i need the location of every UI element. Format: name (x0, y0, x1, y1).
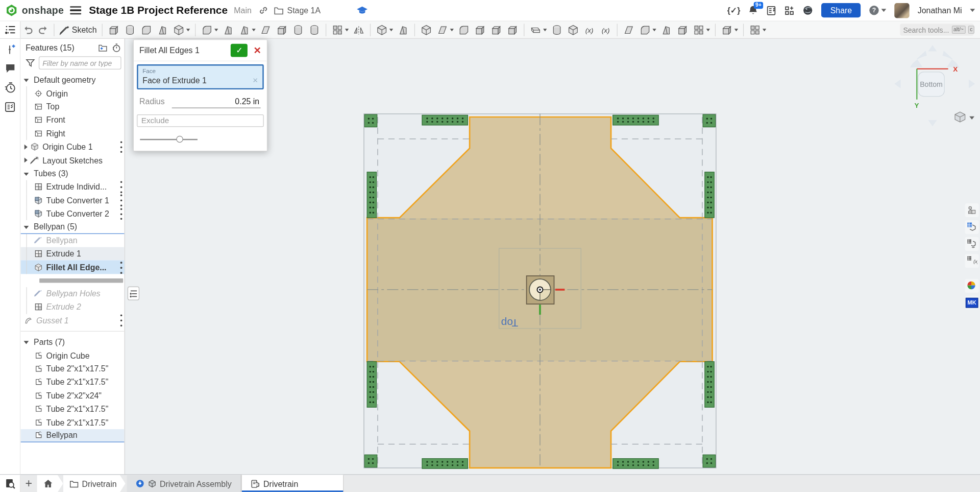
document-title[interactable]: Stage 1B Project Reference (89, 4, 228, 16)
revolve-tool-button[interactable] (121, 21, 138, 38)
loft-tool-button[interactable] (154, 21, 170, 38)
feature-item[interactable]: Extrude 2 (20, 300, 124, 314)
bend-tool-button[interactable] (658, 21, 674, 38)
point-tool-button[interactable] (565, 21, 581, 38)
feature-item[interactable]: Top (20, 100, 124, 113)
fillet-tool-button[interactable] (199, 21, 220, 38)
copy-link-icon[interactable] (259, 6, 268, 15)
bom-table-icon[interactable] (965, 220, 979, 234)
collapse-icon[interactable] (24, 79, 29, 82)
featurescript-status-icon[interactable]: {✓} (727, 6, 741, 15)
feature-section-parts-7-[interactable]: Parts (7) (20, 335, 124, 348)
hole-tool-button[interactable] (290, 21, 306, 38)
view-options-button[interactable] (955, 112, 974, 122)
plane-tool-button[interactable] (527, 21, 549, 38)
boolean-tool-button[interactable] (374, 21, 395, 38)
search-tools-input[interactable]: Search tools... alt/~ c (900, 24, 973, 36)
drag-handle[interactable]: ••• (117, 313, 121, 328)
move-face-tool-button[interactable] (472, 21, 488, 38)
linear-pattern-tool-button[interactable] (329, 21, 351, 38)
share-button[interactable]: Share (822, 3, 861, 17)
tab-drivetrain-partstudio[interactable]: Drivetrain (241, 475, 344, 492)
user-name[interactable]: Jonathan Mi (918, 6, 962, 15)
rollback-bar[interactable] (39, 278, 123, 283)
feature-item[interactable]: Tube Converter 1••• (20, 194, 124, 207)
variable-tool-button[interactable]: (x) (581, 21, 597, 38)
feature-statistics-icon[interactable] (112, 43, 120, 52)
delete-face-tool-button[interactable] (504, 21, 521, 38)
face-selection-field[interactable]: Face Face of Extrude 1 ✕ (137, 64, 264, 89)
search-tabs-button[interactable] (0, 475, 20, 492)
feature-item[interactable]: Origin Cube 1••• (20, 140, 124, 153)
fill-tool-button[interactable] (455, 21, 472, 38)
draft-tool-button[interactable] (236, 21, 258, 38)
toggle-feature-list-button[interactable] (0, 21, 20, 38)
undo-button[interactable] (20, 21, 35, 38)
feature-filter-input[interactable] (39, 56, 121, 69)
user-avatar[interactable] (894, 3, 909, 18)
configurations-icon[interactable] (4, 44, 16, 56)
mirror-tool-button[interactable] (351, 21, 367, 38)
redo-button[interactable] (36, 21, 51, 38)
part-item[interactable]: Tube 2"x1"x17.5" (20, 402, 124, 415)
feature-item[interactable]: Origin (20, 86, 124, 100)
extrude-tool-button[interactable] (106, 21, 122, 38)
parent-folder-name[interactable]: Stage 1A (287, 6, 321, 15)
feature-item[interactable]: Tube Converter 2••• (20, 207, 124, 220)
remove-selection-icon[interactable]: ✕ (252, 76, 258, 84)
named-view-tool-button[interactable] (719, 21, 740, 38)
sweep-tool-button[interactable] (138, 21, 154, 38)
custom-tables-icon[interactable] (4, 101, 16, 113)
part-item[interactable]: Tube 2"x1"x17.5" (20, 376, 124, 389)
thread-tool-button[interactable] (306, 21, 323, 38)
part-item[interactable]: Bellypan (20, 429, 124, 442)
sheet-metal-model-tool-button[interactable] (621, 21, 637, 38)
opacity-slider[interactable] (140, 136, 260, 144)
feature-item[interactable]: Bellypan (20, 234, 124, 247)
collapse-icon[interactable] (24, 173, 29, 176)
custom-feature-tool-button[interactable] (747, 21, 768, 38)
apps-icon[interactable] (965, 203, 979, 217)
feature-section-tubes-3-[interactable]: Tubes (3) (20, 167, 124, 180)
filter-icon[interactable] (26, 58, 35, 67)
variables-panel-icon[interactable]: (x) (965, 254, 979, 268)
create-folder-icon[interactable] (98, 44, 107, 52)
feature-section-default-geometry[interactable]: Default geometry (20, 73, 124, 86)
part-item[interactable]: Origin Cube (20, 349, 124, 362)
drag-handle[interactable]: ••• (117, 206, 121, 221)
measure-icon[interactable] (965, 237, 979, 251)
render-studio-icon[interactable] (803, 5, 814, 16)
split-tool-button[interactable] (395, 21, 411, 38)
part-item[interactable]: Tube 2"x1"x17.5" (20, 362, 124, 376)
sheet-metal-table-tool-button[interactable] (691, 21, 712, 38)
feature-item[interactable]: Right (20, 127, 124, 140)
main-menu-button[interactable] (70, 4, 81, 16)
home-tab[interactable] (37, 475, 63, 492)
help-menu-button[interactable]: ? (869, 5, 886, 16)
offset-surface-tool-button[interactable] (434, 21, 456, 38)
transform-tool-button[interactable] (418, 21, 434, 38)
comments-icon[interactable] (4, 62, 16, 74)
release-management-icon[interactable] (767, 5, 777, 15)
radius-input[interactable]: 0.25 in (172, 97, 261, 108)
expand-icon[interactable] (24, 158, 28, 163)
rib-tool-button[interactable] (257, 21, 274, 38)
feature-item[interactable]: Layout Sketches (20, 153, 124, 167)
history-icon[interactable] (4, 81, 16, 93)
collapse-icon[interactable] (24, 341, 29, 344)
part-item[interactable]: Tube 2"x1"x17.5" (20, 416, 124, 429)
color-app-icon[interactable] (965, 279, 979, 293)
replace-face-tool-button[interactable] (488, 21, 504, 38)
workspace-name[interactable]: Main (234, 6, 252, 15)
origin-cube-part[interactable] (527, 276, 554, 304)
part-item[interactable]: Tube 2"x2"x24" (20, 389, 124, 402)
notifications-button[interactable]: 9+ (748, 5, 758, 16)
chamfer-tool-button[interactable] (220, 21, 236, 38)
thicken-tool-button[interactable] (170, 21, 192, 38)
view-cube[interactable]: Bottom X Y (889, 42, 980, 130)
collapse-icon[interactable] (24, 226, 29, 229)
feature-section-bellypan-5-[interactable]: Bellypan (5) (20, 220, 124, 233)
expand-icon[interactable] (24, 144, 28, 149)
flange-tool-button[interactable] (636, 21, 658, 38)
exclude-field[interactable]: Exclude (137, 114, 264, 127)
